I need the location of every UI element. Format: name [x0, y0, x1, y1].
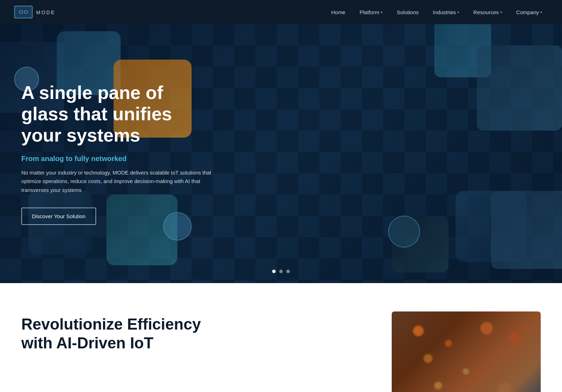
carousel-dot-1[interactable]: [272, 270, 276, 273]
bokeh-5: [463, 368, 469, 375]
below-fold-text: Revolutionize Efficiency with AI-Driven …: [21, 311, 370, 353]
bokeh-4: [480, 322, 493, 335]
bokeh-8: [498, 382, 512, 392]
below-fold-image: [392, 311, 541, 392]
logo-wordmark: MODE: [36, 9, 55, 15]
nav-link-resources[interactable]: Resources ▾: [468, 6, 508, 18]
navbar: MODE Home Platform ▾ Solutions Industrie…: [0, 0, 562, 24]
chevron-down-icon: ▾: [540, 10, 542, 14]
bokeh-7: [434, 382, 442, 390]
nav-item-company[interactable]: Company ▾: [511, 6, 548, 18]
logo-text: MODE: [36, 10, 55, 15]
tile-5: [477, 45, 562, 131]
hero-subtitle: From analog to fully networked: [21, 155, 213, 163]
tile-10: [491, 191, 562, 269]
nav-item-solutions[interactable]: Solutions: [391, 6, 424, 18]
chevron-down-icon: ▾: [500, 10, 502, 14]
nav-item-industries[interactable]: Industries ▾: [427, 6, 465, 18]
chevron-down-icon: ▾: [381, 10, 382, 14]
nav-item-home[interactable]: Home: [325, 6, 351, 18]
logo-icon: [14, 6, 33, 18]
bokeh-3: [424, 354, 432, 363]
below-fold-title: Revolutionize Efficiency with AI-Driven …: [21, 315, 370, 353]
logo-btn-shape-2: [24, 11, 28, 13]
nav-link-company[interactable]: Company ▾: [511, 6, 548, 18]
hero-content: A single pane of glass that unifies your…: [0, 82, 234, 225]
nav-link-platform[interactable]: Platform ▾: [354, 6, 388, 18]
hero-section: A single pane of glass that unifies your…: [0, 24, 562, 283]
discover-solution-button[interactable]: Discover Your Solution: [21, 208, 96, 225]
carousel-dots: [272, 270, 290, 273]
bokeh-1: [413, 326, 424, 336]
nav-link-home[interactable]: Home: [325, 6, 351, 18]
tile-icon-circle-3: [388, 216, 420, 248]
carousel-dot-3[interactable]: [286, 270, 290, 273]
carousel-dot-2[interactable]: [279, 270, 283, 273]
hero-title: A single pane of glass that unifies your…: [21, 82, 213, 146]
nav-link-solutions[interactable]: Solutions: [391, 6, 424, 18]
nav-link-industries[interactable]: Industries ▾: [427, 6, 465, 18]
bokeh-6: [509, 333, 519, 343]
nav-item-platform[interactable]: Platform ▾: [354, 6, 388, 18]
bokeh-2: [445, 340, 452, 347]
hero-description: No matter your industry or technology, M…: [21, 169, 213, 195]
below-fold-section: Revolutionize Efficiency with AI-Driven …: [0, 283, 562, 392]
logo-area[interactable]: MODE: [14, 6, 55, 18]
nav-links: Home Platform ▾ Solutions Industries ▾ R…: [325, 6, 548, 18]
nav-item-resources[interactable]: Resources ▾: [468, 6, 508, 18]
chevron-down-icon: ▾: [457, 10, 459, 14]
logo-btn-shape-1: [19, 11, 23, 13]
